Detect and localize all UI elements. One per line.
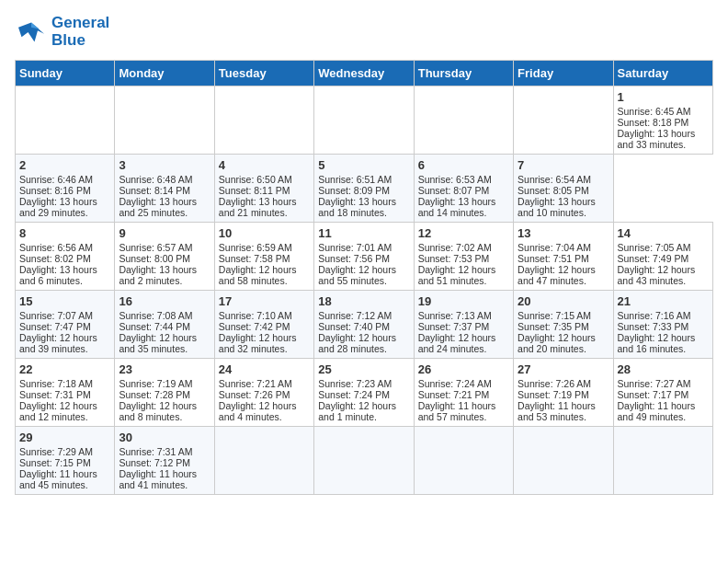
calendar-day-cell: 4 Sunrise: 6:50 AM Sunset: 8:11 PM Dayli… — [214, 155, 313, 223]
sunset: Sunset: 7:49 PM — [618, 253, 689, 264]
daylight: Daylight: 12 hours and 47 minutes. — [518, 264, 596, 286]
day-number: 16 — [119, 294, 210, 308]
day-number: 25 — [318, 362, 409, 376]
sunset: Sunset: 7:53 PM — [418, 253, 490, 264]
weekday-header-cell: Saturday — [613, 61, 712, 86]
sunrise: Sunrise: 7:16 AM — [618, 310, 691, 321]
day-number: 30 — [119, 431, 210, 444]
sunset: Sunset: 7:42 PM — [219, 321, 290, 332]
calendar-table: SundayMondayTuesdayWednesdayThursdayFrid… — [15, 60, 713, 495]
day-number: 18 — [318, 294, 409, 308]
calendar-week-row: 8 Sunrise: 6:56 AM Sunset: 8:02 PM Dayli… — [16, 223, 713, 291]
sunset: Sunset: 7:51 PM — [518, 253, 589, 264]
calendar-week-row: 22 Sunrise: 7:18 AM Sunset: 7:31 PM Dayl… — [16, 359, 713, 427]
logo-text2: Blue — [51, 32, 109, 50]
sunset: Sunset: 7:35 PM — [518, 321, 589, 332]
sunset: Sunset: 8:11 PM — [219, 185, 290, 196]
sunrise: Sunrise: 7:13 AM — [418, 310, 492, 321]
sunrise: Sunrise: 6:59 AM — [219, 242, 292, 253]
daylight: Daylight: 12 hours and 35 minutes. — [119, 332, 197, 354]
weekday-header-cell: Friday — [514, 61, 613, 86]
sunrise: Sunrise: 7:08 AM — [119, 310, 192, 321]
day-number: 22 — [19, 362, 110, 376]
day-number: 6 — [418, 158, 509, 172]
daylight: Daylight: 13 hours and 10 minutes. — [518, 196, 596, 218]
sunset: Sunset: 7:12 PM — [119, 457, 190, 468]
calendar-day-cell: 24 Sunrise: 7:21 AM Sunset: 7:26 PM Dayl… — [214, 359, 313, 427]
daylight: Daylight: 13 hours and 14 minutes. — [418, 196, 496, 218]
daylight: Daylight: 11 hours and 41 minutes. — [119, 468, 197, 490]
calendar-day-cell — [314, 86, 414, 155]
calendar-day-cell: 8 Sunrise: 6:56 AM Sunset: 8:02 PM Dayli… — [16, 223, 115, 291]
calendar-day-cell — [613, 427, 712, 495]
sunset: Sunset: 7:28 PM — [119, 389, 190, 400]
logo: General Blue — [15, 15, 109, 49]
calendar-day-cell: 21 Sunrise: 7:16 AM Sunset: 7:33 PM Dayl… — [613, 291, 712, 359]
calendar-day-cell: 29 Sunrise: 7:29 AM Sunset: 7:15 PM Dayl… — [16, 427, 115, 495]
day-number: 3 — [119, 158, 210, 172]
day-number: 13 — [518, 226, 609, 240]
sunrise: Sunrise: 7:23 AM — [318, 378, 392, 389]
day-number: 28 — [618, 362, 709, 376]
day-number: 1 — [618, 90, 709, 104]
sunrise: Sunrise: 7:27 AM — [618, 378, 691, 389]
sunrise: Sunrise: 7:05 AM — [618, 242, 691, 253]
sunset: Sunset: 7:58 PM — [219, 253, 290, 264]
calendar-day-cell: 14 Sunrise: 7:05 AM Sunset: 7:49 PM Dayl… — [613, 223, 712, 291]
daylight: Daylight: 13 hours and 2 minutes. — [119, 264, 197, 286]
sunset: Sunset: 7:26 PM — [219, 389, 290, 400]
sunset: Sunset: 7:24 PM — [318, 389, 390, 400]
day-number: 27 — [518, 362, 609, 376]
daylight: Daylight: 13 hours and 25 minutes. — [119, 196, 197, 218]
daylight: Daylight: 11 hours and 45 minutes. — [19, 468, 97, 490]
daylight: Daylight: 12 hours and 32 minutes. — [219, 332, 297, 354]
day-number: 20 — [518, 294, 609, 308]
sunrise: Sunrise: 6:46 AM — [19, 174, 93, 185]
sunset: Sunset: 8:09 PM — [318, 185, 390, 196]
sunrise: Sunrise: 6:57 AM — [119, 242, 192, 253]
daylight: Daylight: 12 hours and 8 minutes. — [119, 400, 197, 422]
sunrise: Sunrise: 6:51 AM — [318, 174, 392, 185]
daylight: Daylight: 12 hours and 12 minutes. — [19, 400, 97, 422]
day-number: 19 — [418, 294, 509, 308]
daylight: Daylight: 12 hours and 58 minutes. — [219, 264, 297, 286]
calendar-day-cell: 16 Sunrise: 7:08 AM Sunset: 7:44 PM Dayl… — [115, 291, 214, 359]
sunset: Sunset: 7:19 PM — [518, 389, 589, 400]
calendar-day-cell: 28 Sunrise: 7:27 AM Sunset: 7:17 PM Dayl… — [613, 359, 712, 427]
calendar-day-cell — [414, 427, 513, 495]
sunrise: Sunrise: 7:12 AM — [318, 310, 392, 321]
logo-text: General — [51, 15, 109, 32]
sunset: Sunset: 8:05 PM — [518, 185, 589, 196]
calendar-day-cell: 22 Sunrise: 7:18 AM Sunset: 7:31 PM Dayl… — [16, 359, 115, 427]
calendar-day-cell: 19 Sunrise: 7:13 AM Sunset: 7:37 PM Dayl… — [414, 291, 513, 359]
calendar-day-cell — [514, 427, 613, 495]
calendar-day-cell — [214, 86, 313, 155]
calendar-week-row: 2 Sunrise: 6:46 AM Sunset: 8:16 PM Dayli… — [16, 155, 713, 223]
calendar-day-cell: 25 Sunrise: 7:23 AM Sunset: 7:24 PM Dayl… — [314, 359, 414, 427]
calendar-day-cell: 1 Sunrise: 6:45 AM Sunset: 8:18 PM Dayli… — [613, 86, 712, 155]
calendar-day-cell — [214, 427, 313, 495]
day-number: 17 — [219, 294, 310, 308]
calendar-day-cell: 27 Sunrise: 7:26 AM Sunset: 7:19 PM Dayl… — [514, 359, 613, 427]
sunrise: Sunrise: 6:54 AM — [518, 174, 591, 185]
sunrise: Sunrise: 7:15 AM — [518, 310, 591, 321]
sunset: Sunset: 8:16 PM — [19, 185, 91, 196]
sunrise: Sunrise: 7:19 AM — [119, 378, 192, 389]
daylight: Daylight: 12 hours and 16 minutes. — [618, 332, 696, 354]
daylight: Daylight: 13 hours and 33 minutes. — [618, 128, 696, 150]
calendar-day-cell: 15 Sunrise: 7:07 AM Sunset: 7:47 PM Dayl… — [16, 291, 115, 359]
weekday-header-cell: Monday — [115, 61, 214, 86]
daylight: Daylight: 11 hours and 53 minutes. — [518, 400, 596, 422]
daylight: Daylight: 11 hours and 57 minutes. — [418, 400, 496, 422]
calendar-day-cell: 9 Sunrise: 6:57 AM Sunset: 8:00 PM Dayli… — [115, 223, 214, 291]
day-number: 14 — [618, 226, 709, 240]
sunset: Sunset: 7:31 PM — [19, 389, 91, 400]
sunrise: Sunrise: 6:48 AM — [119, 174, 192, 185]
weekday-header-cell: Tuesday — [214, 61, 313, 86]
sunrise: Sunrise: 7:02 AM — [418, 242, 492, 253]
sunrise: Sunrise: 7:26 AM — [518, 378, 591, 389]
sunset: Sunset: 8:07 PM — [418, 185, 490, 196]
calendar-day-cell: 2 Sunrise: 6:46 AM Sunset: 8:16 PM Dayli… — [16, 155, 115, 223]
sunrise: Sunrise: 7:07 AM — [19, 310, 93, 321]
daylight: Daylight: 12 hours and 1 minute. — [318, 400, 396, 422]
